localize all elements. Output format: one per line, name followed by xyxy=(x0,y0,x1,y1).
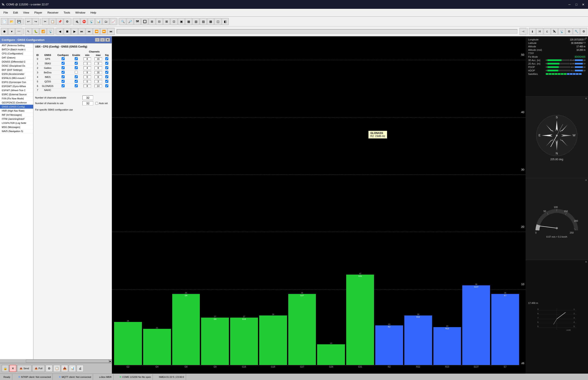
row5-sig-cb[interactable] xyxy=(105,80,108,83)
nav-esfalg[interactable]: ESFALG (IMU-mount / xyxy=(0,76,33,80)
tb-extra10[interactable]: ◫ xyxy=(214,18,221,25)
tb-redo[interactable]: ↪ xyxy=(32,18,39,25)
poll-button[interactable]: 📥 Poll xyxy=(32,365,45,372)
configure-minimize[interactable]: ─ xyxy=(95,38,100,42)
tb2-config2[interactable]: ⚙ xyxy=(566,28,572,35)
tb-connect[interactable]: 🔌 xyxy=(73,18,80,25)
menu-view[interactable]: View xyxy=(21,10,32,15)
tb-view3[interactable]: 📈 xyxy=(110,18,117,25)
tb2-stop[interactable]: ⏹ xyxy=(64,28,71,35)
row6-sig-cb[interactable] xyxy=(105,84,108,87)
row4-max-input[interactable] xyxy=(95,76,102,78)
row3-min-input[interactable] xyxy=(84,71,91,74)
tb2-record[interactable]: ⏺ xyxy=(1,28,8,35)
tb2-prev[interactable]: ◀ xyxy=(56,28,63,35)
tb-extra9[interactable]: ▩ xyxy=(207,18,214,25)
row1-min-input[interactable] xyxy=(84,62,91,65)
row2-enable-cb[interactable] xyxy=(75,66,78,69)
scroll-right-btn[interactable]: ▶ xyxy=(109,360,112,363)
tb2-sat[interactable]: 🛰 xyxy=(551,28,558,35)
tb-extra7[interactable]: ▧ xyxy=(192,18,199,25)
action-extra4[interactable]: 📊 xyxy=(69,365,76,372)
action-extra3[interactable]: 📥 xyxy=(61,365,68,372)
tb-extra5[interactable]: ▣ xyxy=(178,18,185,25)
row0-configure-cb[interactable] xyxy=(62,57,64,60)
speed-close-btn[interactable]: ✕ xyxy=(585,179,587,182)
nav-batch[interactable]: BATCH (Batch mode c xyxy=(0,48,33,52)
tb-extra11[interactable]: ◧ xyxy=(222,18,229,25)
nav-itfm[interactable]: ITFM (Jamming/Interf xyxy=(0,117,33,121)
configure-close[interactable]: ✕ xyxy=(105,38,110,42)
clock-close-btn[interactable]: ✕ xyxy=(585,260,587,264)
tb-save[interactable]: 💾 xyxy=(16,18,22,25)
menu-tools[interactable]: Tools xyxy=(61,10,73,15)
row6-enable-cb[interactable] xyxy=(75,84,78,87)
nav-cfg[interactable]: CFG (Configuration) xyxy=(0,52,33,56)
tb2-step-back[interactable]: ⏪ xyxy=(93,28,100,35)
tb-undo[interactable]: ↩ xyxy=(25,18,32,25)
nav-esfgwt[interactable]: ESFGWT (Gyro+Whee xyxy=(0,84,33,88)
tb-open[interactable]: 📂 xyxy=(8,18,15,25)
h-scrollbar[interactable] xyxy=(26,360,109,362)
tb2-ffwd[interactable]: ⏭ xyxy=(78,28,85,35)
send-button[interactable]: 📤 Send xyxy=(17,365,31,372)
row3-enable-cb[interactable] xyxy=(75,71,78,74)
nav-geofence[interactable]: GEOFENCE (Geofence xyxy=(0,101,33,105)
row6-min-input[interactable] xyxy=(84,85,91,88)
tb2-config3[interactable]: 🔧 xyxy=(573,28,580,35)
nav-dgnss[interactable]: DGNSS (Differential G xyxy=(0,60,33,64)
tb2-c[interactable]: c xyxy=(544,28,550,35)
channels-available-input[interactable] xyxy=(83,95,93,100)
cancel-button[interactable]: ✕ xyxy=(9,365,16,372)
nav-logfilter[interactable]: LOGFILTER (Log Settir xyxy=(0,121,33,125)
compass-close-btn[interactable]: ✕ xyxy=(585,97,587,100)
tb2-wave[interactable]: 〰 xyxy=(16,28,22,35)
row6-max-input[interactable] xyxy=(95,85,102,88)
close-button[interactable]: ✕ xyxy=(580,1,586,8)
nav-nav5[interactable]: NAV5 (Navigation 5) xyxy=(0,129,33,133)
nav-esfa[interactable]: ESFA (Accelerometer xyxy=(0,72,33,76)
progress-slider[interactable] xyxy=(117,29,517,34)
tb2-elev[interactable]: H xyxy=(536,28,543,35)
lock-button[interactable]: 🔒 xyxy=(2,365,9,372)
nav-ekf[interactable]: EKF (EKF Settings) xyxy=(0,68,33,72)
row1-sig-cb[interactable] xyxy=(105,62,108,65)
nav-esfwt[interactable]: ESFWT (Wheel-Tick C xyxy=(0,88,33,93)
nav-gnss[interactable]: GNSS (GNSS Config) xyxy=(0,105,33,109)
tb-map[interactable]: 🗺 xyxy=(134,18,141,25)
row4-enable-cb[interactable] xyxy=(75,75,78,78)
row2-min-input[interactable] xyxy=(84,66,91,70)
nav-inf[interactable]: INF (Inf Messages) xyxy=(0,113,33,117)
row1-enable-cb[interactable] xyxy=(75,62,78,65)
tb-extra8[interactable]: ▨ xyxy=(200,18,207,25)
row3-sig-cb[interactable] xyxy=(105,71,108,74)
row0-min-input[interactable] xyxy=(84,57,91,60)
tb2-step-fwd[interactable]: ⏩ xyxy=(100,28,107,35)
tb2-end[interactable]: ⏭ xyxy=(108,28,115,35)
tb2-cursor[interactable]: ↖ xyxy=(25,28,32,35)
menu-file[interactable]: File xyxy=(1,10,11,15)
tb-cut[interactable]: ✂ xyxy=(42,18,49,25)
nav-dat[interactable]: DAT (Datum) xyxy=(0,56,33,60)
tb-new[interactable]: 📄 xyxy=(1,18,8,25)
menu-help[interactable]: Help xyxy=(88,10,99,15)
nav-ant[interactable]: ANT (Antenna Setting xyxy=(0,43,33,48)
row2-configure-cb[interactable] xyxy=(62,66,64,69)
tb-copy[interactable]: 📋 xyxy=(49,18,56,25)
nav-dosc[interactable]: DOSC (Disciplined Os xyxy=(0,64,33,68)
tb-zoom-out[interactable]: 🔎 xyxy=(126,18,133,25)
tb-view2[interactable]: 🗂 xyxy=(103,18,109,25)
tb-view1[interactable]: 📊 xyxy=(95,18,102,25)
row5-max-input[interactable] xyxy=(95,80,102,83)
tb2-dropdown[interactable]: ▾ xyxy=(8,28,15,35)
row1-configure-cb[interactable] xyxy=(62,62,64,65)
row0-max-input[interactable] xyxy=(95,57,102,60)
action-extra5[interactable]: 🖨 xyxy=(77,365,84,372)
tb-layer[interactable]: 🔲 xyxy=(141,18,148,25)
row4-configure-cb[interactable] xyxy=(62,75,64,78)
tb2-signal[interactable]: 📶 xyxy=(40,28,46,35)
tb-settings[interactable]: ⚙ xyxy=(64,18,71,25)
menu-edit[interactable]: Edit xyxy=(11,10,21,15)
tb-extra3[interactable]: ⊠ xyxy=(163,18,170,25)
row5-min-input[interactable] xyxy=(84,80,91,83)
